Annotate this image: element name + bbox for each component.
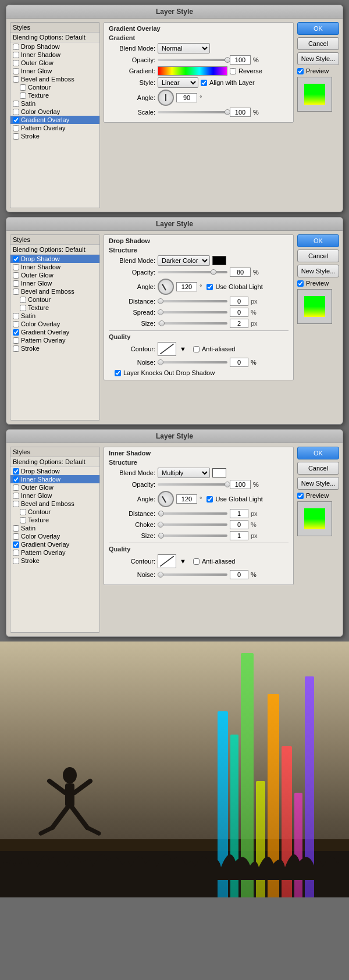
style-outer-glow-1[interactable]: Outer Glow: [10, 59, 99, 67]
style-bevel-emboss-cb-1[interactable]: [13, 76, 19, 83]
gradient-bar-1[interactable]: [158, 66, 227, 76]
blending-options-1[interactable]: Blending Options: Default: [10, 33, 99, 42]
style-gradient-overlay-3[interactable]: Gradient Overlay: [10, 540, 99, 548]
opacity-thumb-2[interactable]: [211, 269, 216, 275]
opacity-slider-3[interactable]: [158, 483, 227, 486]
contour-thumb-2[interactable]: [158, 342, 176, 356]
choke-thumb-3[interactable]: [158, 522, 163, 528]
blending-options-2[interactable]: Blending Options: Default: [10, 245, 99, 255]
distance-input-2[interactable]: [230, 297, 248, 306]
global-light-cb-3[interactable]: [206, 496, 213, 503]
style-gradient-overlay-2[interactable]: Gradient Overlay: [10, 328, 99, 336]
style-drop-shadow-1[interactable]: Drop Shadow: [10, 42, 99, 51]
style-pattern-overlay-cb-2[interactable]: [13, 337, 19, 344]
style-gradient-overlay-cb-1[interactable]: [13, 117, 19, 123]
style-inner-shadow-2[interactable]: Inner Shadow: [10, 263, 99, 271]
style-satin-2[interactable]: Satin: [10, 312, 99, 320]
style-outer-glow-cb-3[interactable]: [13, 484, 19, 491]
style-drop-shadow-2[interactable]: Drop Shadow: [10, 255, 99, 263]
scale-input-1[interactable]: [230, 108, 251, 117]
layer-knocks-out-row-2[interactable]: Layer Knocks Out Drop Shadow: [109, 369, 289, 376]
style-texture-3[interactable]: Texture: [10, 516, 99, 524]
distance-slider-2[interactable]: [158, 300, 227, 302]
global-light-cb-2[interactable]: [206, 284, 213, 290]
distance-thumb-2[interactable]: [158, 298, 163, 304]
preview-row-3[interactable]: Preview: [297, 492, 339, 499]
style-pattern-overlay-3[interactable]: Pattern Overlay: [10, 548, 99, 557]
noise-thumb-3[interactable]: [158, 572, 163, 578]
style-contour-cb-2[interactable]: [20, 297, 26, 303]
cancel-button-1[interactable]: Cancel: [297, 37, 339, 50]
ok-button-1[interactable]: OK: [297, 22, 339, 35]
style-color-overlay-1[interactable]: Color Overlay: [10, 108, 99, 116]
size-input-3[interactable]: [230, 531, 248, 540]
noise-thumb-2[interactable]: [158, 359, 163, 365]
angle-dial-2[interactable]: [158, 279, 174, 295]
opacity-thumb-3[interactable]: [225, 482, 230, 487]
distance-thumb-3[interactable]: [158, 511, 164, 516]
style-satin-cb-1[interactable]: [13, 101, 19, 107]
style-inner-shadow-cb-2[interactable]: [13, 264, 19, 270]
style-drop-shadow-3[interactable]: Drop Shadow: [10, 467, 99, 475]
style-texture-cb-2[interactable]: [20, 305, 26, 311]
preview-checkbox-1[interactable]: [297, 68, 304, 74]
style-contour-cb-1[interactable]: [20, 84, 26, 91]
style-color-overlay-cb-2[interactable]: [13, 321, 19, 327]
distance-input-3[interactable]: [230, 509, 248, 518]
spread-slider-2[interactable]: [158, 311, 227, 313]
anti-aliased-cb-2[interactable]: [193, 346, 200, 352]
style-inner-shadow-3[interactable]: Inner Shadow: [10, 475, 99, 483]
cancel-button-2[interactable]: Cancel: [297, 250, 339, 262]
distance-slider-3[interactable]: [158, 512, 227, 515]
style-inner-glow-cb-1[interactable]: [13, 68, 19, 74]
preview-checkbox-2[interactable]: [297, 280, 304, 287]
style-drop-shadow-cb-2[interactable]: [13, 256, 19, 262]
style-gradient-overlay-1[interactable]: Gradient Overlay: [10, 116, 99, 124]
cancel-button-3[interactable]: Cancel: [297, 462, 339, 475]
opacity-input-3[interactable]: [230, 480, 251, 489]
style-bevel-emboss-cb-3[interactable]: [13, 501, 19, 507]
style-stroke-cb-2[interactable]: [13, 345, 19, 352]
noise-slider-2[interactable]: [158, 361, 227, 364]
style-contour-cb-3[interactable]: [20, 509, 26, 515]
style-contour-3[interactable]: Contour: [10, 508, 99, 516]
ok-button-2[interactable]: OK: [297, 234, 339, 247]
style-texture-2[interactable]: Texture: [10, 304, 99, 312]
opacity-input-2[interactable]: [230, 268, 251, 277]
style-select-1[interactable]: Linear: [158, 77, 198, 88]
style-stroke-3[interactable]: Stroke: [10, 557, 99, 565]
reverse-checkbox-1[interactable]: [230, 68, 236, 74]
style-inner-shadow-1[interactable]: Inner Shadow: [10, 51, 99, 59]
style-inner-glow-2[interactable]: Inner Glow: [10, 279, 99, 287]
style-bevel-emboss-3[interactable]: Bevel and Emboss: [10, 500, 99, 508]
choke-slider-3[interactable]: [158, 523, 227, 526]
style-satin-1[interactable]: Satin: [10, 99, 99, 108]
style-color-overlay-cb-3[interactable]: [13, 533, 19, 540]
angle-input-2[interactable]: [176, 282, 197, 291]
contour-thumb-3[interactable]: [158, 554, 176, 568]
angle-input-1[interactable]: [176, 93, 197, 102]
preview-row-1[interactable]: Preview: [297, 67, 339, 74]
style-stroke-cb-1[interactable]: [13, 133, 19, 140]
style-pattern-overlay-cb-1[interactable]: [13, 125, 19, 131]
opacity-slider-2[interactable]: [158, 271, 227, 273]
anti-aliased-row-2[interactable]: Anti-aliased: [193, 345, 235, 352]
style-inner-shadow-cb-3[interactable]: [13, 476, 19, 483]
size-input-2[interactable]: [230, 319, 248, 328]
global-light-row-2[interactable]: Use Global Light: [206, 283, 262, 290]
blend-mode-select-1[interactable]: Normal: [158, 43, 210, 54]
reverse-cb-row-1[interactable]: Reverse: [230, 67, 262, 74]
scale-slider-1[interactable]: [158, 111, 227, 113]
style-contour-1[interactable]: Contour: [10, 83, 99, 91]
style-outer-glow-3[interactable]: Outer Glow: [10, 483, 99, 491]
style-outer-glow-2[interactable]: Outer Glow: [10, 271, 99, 279]
style-drop-shadow-cb-3[interactable]: [13, 468, 19, 475]
style-outer-glow-cb-2[interactable]: [13, 272, 19, 279]
opacity-slider-1[interactable]: [158, 59, 227, 61]
size-slider-2[interactable]: [158, 322, 227, 325]
style-texture-cb-1[interactable]: [20, 92, 26, 99]
style-stroke-1[interactable]: Stroke: [10, 132, 99, 140]
style-bevel-emboss-2[interactable]: Bevel and Emboss: [10, 287, 99, 295]
style-outer-glow-cb-1[interactable]: [13, 60, 19, 66]
style-color-overlay-2[interactable]: Color Overlay: [10, 320, 99, 328]
